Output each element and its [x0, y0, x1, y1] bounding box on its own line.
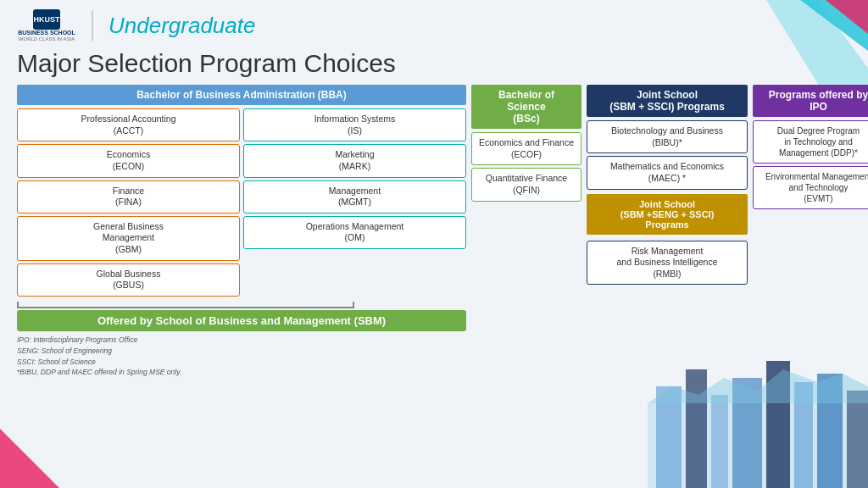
list-item: Professional Accounting(ACCT) [17, 108, 240, 141]
joint-header: Joint School(SBM + SSCI) Programs [587, 85, 748, 117]
ipo-section: Programs offered by IPO Dual Degree Prog… [753, 85, 868, 209]
header: HKUST BUSINESS SCHOOL WORLD CLASS IN ASI… [17, 7, 851, 44]
page-title: Major Selection Program Choices [17, 49, 851, 78]
footer-line-1: IPO: Interdisciplinary Programs Office [17, 335, 851, 346]
list-item: Operations Management(OM) [243, 216, 466, 249]
list-item: Management(MGMT) [243, 180, 466, 214]
footer-line-3: SSCI: School of Science [17, 357, 851, 368]
bba-columns: Professional Accounting(ACCT) Economics(… [17, 108, 466, 297]
sbm-bar: Offered by School of Business and Manage… [17, 310, 466, 331]
list-item: Biotechnology and Business(BIBU)* [587, 120, 748, 153]
bsc-section: Bachelor of Science(BSc) Economics and F… [471, 85, 581, 202]
svg-rect-11 [847, 391, 868, 488]
list-item: Information Systems(IS) [243, 108, 466, 141]
bba-col-2: Information Systems(IS) Marketing(MARK) … [243, 108, 466, 297]
header-divider [92, 10, 93, 41]
hkust-logo-icon: HKUST [33, 9, 60, 30]
svg-rect-6 [711, 395, 728, 488]
ipo-boxes: Dual Degree Programin Technology andMana… [753, 120, 868, 209]
svg-marker-13 [0, 429, 59, 488]
list-item: Dual Degree Programin Technology andMana… [753, 120, 868, 164]
logo-abbr: HKUST [34, 15, 60, 24]
list-item: Economics and Finance(ECOF) [471, 132, 581, 165]
list-item: General BusinessManagement(GBM) [17, 216, 240, 261]
list-item: Environmental Managementand Technology(E… [753, 166, 868, 209]
list-item: Quantitative Finance(QFIN) [471, 168, 581, 201]
deco-bottom-left [0, 412, 59, 488]
list-item: Mathematics and Economics(MAEC) * [587, 156, 748, 189]
joint-boxes: Biotechnology and Business(BIBU)* Mathem… [587, 120, 748, 285]
school-name: BUSINESS SCHOOL [18, 30, 75, 36]
bsc-boxes: Economics and Finance(ECOF) Quantitative… [471, 132, 581, 202]
list-item: Economics(ECON) [17, 144, 240, 177]
logo-area: HKUST BUSINESS SCHOOL WORLD CLASS IN ASI… [17, 7, 255, 44]
footer-line-2: SENG: School of Engineering [17, 346, 851, 357]
bsc-header: Bachelor of Science(BSc) [471, 85, 581, 129]
sbm-bar-wrapper: Offered by School of Business and Manage… [17, 302, 466, 331]
world-class-label: WORLD CLASS IN ASIA [19, 36, 75, 42]
list-item: Risk Managementand Business Intelligence… [587, 241, 748, 286]
ipo-header: Programs offered by IPO [753, 85, 868, 117]
list-item: Global Business(GBUS) [17, 263, 240, 297]
bba-section: Bachelor of Business Administration (BBA… [17, 85, 466, 331]
bracket-line [17, 302, 354, 308]
footer-line-4: *BIBU, DDP and MAEC offered in Spring MS… [17, 367, 851, 378]
undergrad-title: Undergraduate [108, 13, 255, 39]
joint-section: Joint School(SBM + SSCI) Programs Biotec… [587, 85, 748, 285]
main-grid: Bachelor of Business Administration (BBA… [17, 85, 851, 331]
bba-col-1: Professional Accounting(ACCT) Economics(… [17, 108, 240, 297]
footer-notes: IPO: Interdisciplinary Programs Office S… [17, 335, 851, 378]
list-item: Finance(FINA) [17, 180, 240, 214]
list-item: Marketing(MARK) [243, 144, 466, 177]
joint2-header: Joint School(SBM +SENG + SSCI)Programs [587, 194, 748, 235]
svg-rect-5 [686, 369, 707, 488]
bba-header: Bachelor of Business Administration (BBA… [17, 85, 466, 105]
logo-box: HKUST BUSINESS SCHOOL WORLD CLASS IN ASI… [17, 7, 76, 44]
